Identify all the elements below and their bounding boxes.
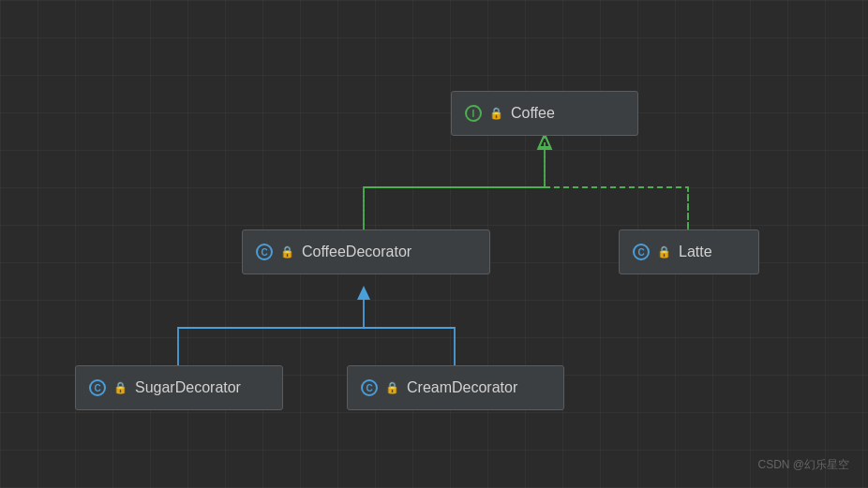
decorator-implements-line xyxy=(364,147,545,229)
coffee-decorator-to-coffee-arrow xyxy=(364,136,545,229)
coffee-lock-icon: 🔒 xyxy=(489,107,503,120)
watermark: CSDN @幻乐星空 xyxy=(757,457,849,473)
latte-class-icon: C xyxy=(633,244,650,260)
coffee-arrow-head xyxy=(539,134,550,147)
sugar-decorator-node[interactable]: C 🔒 SugarDecorator xyxy=(75,365,283,410)
cream-decorator-node[interactable]: C 🔒 CreamDecorator xyxy=(347,365,564,410)
coffee-label: Coffee xyxy=(511,105,555,122)
cream-decorator-class-icon: C xyxy=(361,379,378,396)
coffee-decorator-lock-icon: 🔒 xyxy=(280,245,294,259)
latte-node[interactable]: C 🔒 Latte xyxy=(619,229,759,274)
latte-implements-line xyxy=(545,187,688,229)
sugar-extends-line xyxy=(178,288,364,365)
sugar-decorator-class-icon: C xyxy=(89,379,106,396)
sugar-decorator-label: SugarDecorator xyxy=(135,379,241,396)
cream-decorator-lock-icon: 🔒 xyxy=(385,381,399,394)
sugar-decorator-lock-icon: 🔒 xyxy=(113,381,127,394)
cream-decorator-label: CreamDecorator xyxy=(407,379,517,396)
diagram-container: I 🔒 Coffee C 🔒 CoffeeDecorator C 🔒 Latte… xyxy=(0,0,868,488)
implements-arrowhead xyxy=(538,135,551,149)
extends-arrowhead xyxy=(357,286,370,300)
cream-extends-line xyxy=(364,328,455,365)
latte-lock-icon: 🔒 xyxy=(657,245,671,259)
latte-label: Latte xyxy=(679,244,712,260)
coffee-decorator-class-icon: C xyxy=(256,244,273,260)
coffee-decorator-node[interactable]: C 🔒 CoffeeDecorator xyxy=(242,229,490,274)
coffee-interface-icon: I xyxy=(465,105,482,122)
coffee-node[interactable]: I 🔒 Coffee xyxy=(451,91,638,136)
coffee-decorator-label: CoffeeDecorator xyxy=(302,244,412,260)
